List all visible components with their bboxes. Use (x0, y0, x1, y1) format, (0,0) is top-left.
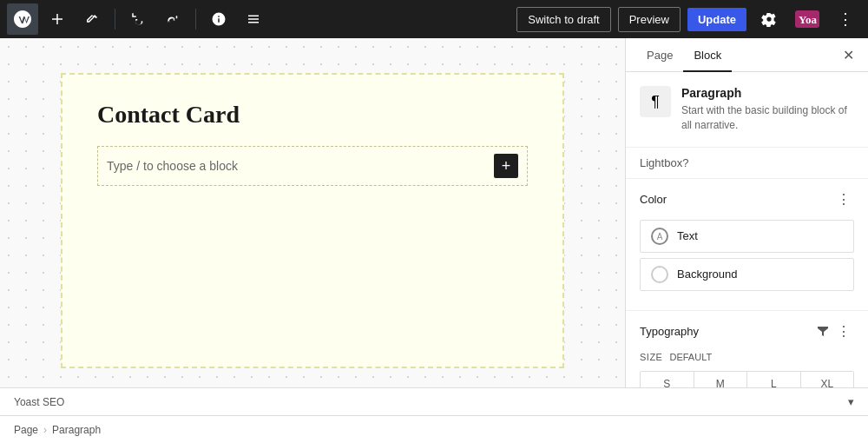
main-area: Contact Card Type / to choose a block + … (0, 38, 868, 387)
typography-panel-header[interactable]: Typography ⋮ (626, 311, 868, 352)
tools-icon (84, 11, 100, 27)
block-type-icon: ¶ (640, 86, 671, 117)
size-l-button[interactable]: L (747, 372, 801, 387)
redo-button[interactable] (157, 3, 188, 35)
typography-filter-button[interactable] (816, 324, 830, 338)
block-heading[interactable]: Contact Card (97, 101, 528, 129)
lightbox-row: Lightbox? (626, 148, 868, 179)
background-color-circle (651, 266, 668, 283)
color-panel-body: A Text Background (626, 220, 868, 310)
filter-icon (816, 324, 830, 338)
more-options-button[interactable]: ⋮ (830, 3, 861, 35)
size-label-row: SIZE DEFAULT (640, 352, 854, 362)
typography-panel: Typography ⋮ SIZE DEFAULT S (626, 311, 868, 387)
sidebar-close-button[interactable]: ✕ (839, 43, 858, 67)
typography-panel-menu-button[interactable]: ⋮ (833, 321, 854, 341)
size-xl-button[interactable]: XL (801, 372, 854, 387)
divider-1 (115, 9, 115, 30)
update-button[interactable]: Update (687, 8, 746, 31)
block-description: Paragraph Start with the basic building … (681, 86, 854, 133)
sidebar: Page Block ✕ ¶ Paragraph Start with the … (625, 38, 868, 387)
color-panel-menu-button[interactable]: ⋮ (833, 189, 854, 209)
add-block-inline-button[interactable]: + (494, 154, 518, 178)
typography-panel-body: SIZE DEFAULT S M L XL (626, 352, 868, 387)
tab-block[interactable]: Block (683, 38, 732, 72)
tools-button[interactable] (76, 3, 108, 35)
sidebar-tabs: Page Block ✕ (626, 38, 868, 72)
size-label: SIZE (640, 352, 662, 362)
text-color-label: Text (677, 229, 698, 242)
color-panel-title: Color (640, 193, 667, 206)
yoast-button[interactable]: Yoa (792, 7, 823, 31)
editor-content: Contact Card Type / to choose a block + (61, 73, 564, 368)
block-name: Paragraph (681, 86, 854, 100)
block-description-text: Start with the basic building block of a… (681, 103, 854, 133)
main-toolbar: Switch to draft Preview Update Yoa ⋮ (0, 0, 868, 38)
size-s-button[interactable]: S (641, 372, 694, 387)
color-text-item[interactable]: A Text (640, 220, 854, 253)
color-background-item[interactable]: Background (640, 258, 854, 291)
typography-panel-title: Typography (640, 325, 699, 338)
list-view-icon (246, 11, 261, 27)
block-info: ¶ Paragraph Start with the basic buildin… (626, 72, 868, 148)
undo-icon (130, 11, 146, 27)
toolbar-left (7, 3, 513, 35)
yoast-toggle-button[interactable]: ▾ (848, 395, 854, 408)
editor-canvas[interactable]: Contact Card Type / to choose a block + (0, 38, 625, 387)
yoast-icon: Yoa (795, 10, 819, 28)
list-view-button[interactable] (238, 3, 269, 35)
typography-panel-actions: ⋮ (816, 321, 854, 341)
paragraph-block[interactable]: Type / to choose a block + (97, 146, 528, 186)
color-panel-actions: ⋮ (833, 189, 854, 209)
size-m-button[interactable]: M (694, 372, 748, 387)
paragraph-placeholder: Type / to choose a block (107, 159, 238, 173)
divider-2 (195, 9, 196, 30)
breadcrumb-separator: › (43, 424, 47, 436)
wp-logo[interactable] (7, 3, 38, 35)
yoast-label: Yoast SEO (14, 396, 64, 408)
color-panel-header[interactable]: Color ⋮ (626, 179, 868, 220)
size-default-label: DEFAULT (669, 352, 712, 362)
undo-button[interactable] (122, 3, 154, 35)
toolbar-right: Switch to draft Preview Update Yoa ⋮ (516, 3, 861, 35)
color-panel: Color ⋮ A Text Background (626, 179, 868, 311)
svg-text:Yoa: Yoa (799, 13, 817, 26)
details-button[interactable] (203, 3, 234, 35)
lightbox-label: Lightbox? (640, 156, 688, 169)
plus-icon (49, 11, 65, 27)
switch-to-draft-button[interactable]: Switch to draft (516, 7, 610, 32)
gear-icon (761, 11, 777, 27)
settings-button[interactable] (753, 3, 785, 35)
size-buttons: S M L XL (640, 371, 854, 387)
redo-icon (165, 11, 181, 27)
wp-logo-icon (14, 10, 31, 28)
info-icon (211, 11, 227, 27)
breadcrumb-page[interactable]: Page (14, 424, 38, 436)
background-color-label: Background (677, 268, 737, 281)
text-color-circle: A (651, 228, 668, 245)
tab-page[interactable]: Page (636, 38, 683, 72)
add-block-button[interactable] (42, 3, 73, 35)
breadcrumb: Page › Paragraph (0, 415, 868, 443)
breadcrumb-paragraph[interactable]: Paragraph (52, 424, 101, 436)
preview-button[interactable]: Preview (618, 7, 681, 32)
yoast-bottom-bar: Yoast SEO ▾ (0, 387, 868, 415)
